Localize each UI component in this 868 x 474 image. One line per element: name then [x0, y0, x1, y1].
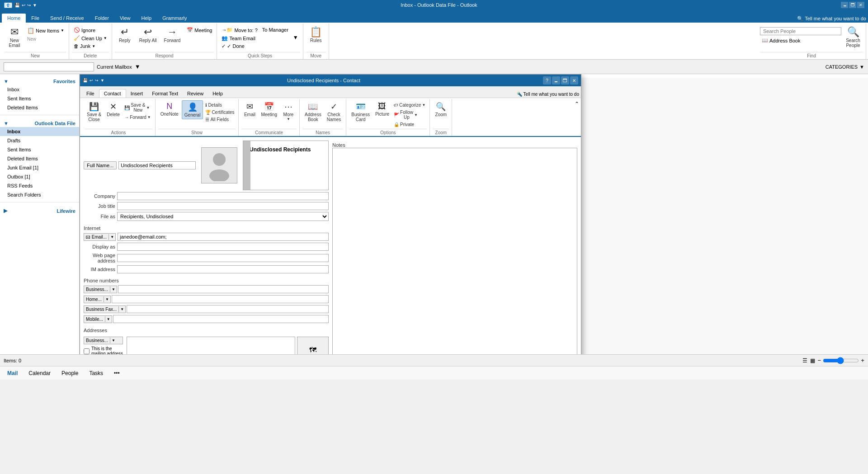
- zoom-out-button[interactable]: −: [817, 357, 821, 364]
- nav-mail[interactable]: Mail: [5, 369, 19, 377]
- sidebar-item-rss[interactable]: RSS Feeds: [0, 181, 79, 190]
- tab-grammarly[interactable]: Grammarly: [157, 14, 192, 23]
- junk-button[interactable]: 🗑 Junk ▼: [72, 42, 109, 50]
- modal-tab-review[interactable]: Review: [183, 89, 208, 98]
- display-as-input[interactable]: [117, 243, 329, 251]
- address-type-selector[interactable]: Business... ▼: [84, 337, 123, 344]
- forward-button[interactable]: → Forward: [161, 25, 184, 44]
- email-type-selector[interactable]: 🖂 Email... ▼: [84, 233, 116, 241]
- to-manager-button[interactable]: To Manager: [260, 26, 290, 33]
- email-type-dropdown[interactable]: ▼: [108, 234, 115, 240]
- address-type-dropdown[interactable]: ▼: [110, 338, 117, 343]
- cleanup-button[interactable]: 🧹 Clean Up ▼: [72, 34, 109, 42]
- file-as-select[interactable]: Recipients, Undisclosed: [117, 212, 329, 221]
- more-contact-button[interactable]: ⋯ More ▼: [280, 100, 297, 122]
- sidebar-item-inbox-fav[interactable]: Inbox: [0, 85, 79, 94]
- picture-button[interactable]: 🖼 Picture: [373, 100, 392, 118]
- modal-tab-contact[interactable]: Contact: [99, 89, 126, 98]
- modal-tab-help[interactable]: Help: [208, 89, 227, 98]
- meeting-button[interactable]: 📅 Meeting: [185, 26, 214, 34]
- categorize-button[interactable]: 🏷 Categorize ▼: [392, 102, 427, 108]
- sidebar-item-sent-fav[interactable]: Sent Items: [0, 94, 79, 103]
- zoom-button[interactable]: 🔍 Zoom: [433, 100, 449, 118]
- modal-maximize-button[interactable]: 🗖: [561, 76, 569, 84]
- modal-tab-format[interactable]: Format Text: [147, 89, 183, 98]
- tab-file[interactable]: File: [26, 14, 45, 23]
- phone-mobile-input[interactable]: [113, 315, 329, 323]
- ribbon-collapse-button[interactable]: ⌃: [575, 101, 579, 107]
- view-preview-button[interactable]: ▦: [810, 357, 816, 364]
- all-fields-button[interactable]: ☰ All Fields: [204, 116, 236, 123]
- zoom-slider[interactable]: [823, 357, 859, 364]
- team-email-button[interactable]: 👥 Team Email: [220, 34, 259, 42]
- datafile-header[interactable]: ▼ Outlook Data File: [0, 118, 79, 127]
- phone-home-selector[interactable]: Home... ▼: [84, 296, 111, 303]
- modal-minimize-button[interactable]: 🗕: [552, 76, 560, 84]
- modal-tab-file[interactable]: File: [82, 89, 99, 98]
- address-book-contact-button[interactable]: 📖 AddressBook: [302, 100, 324, 123]
- nav-calendar[interactable]: Calendar: [27, 369, 52, 377]
- delete-contact-button[interactable]: ✕ Delete: [104, 100, 122, 118]
- onenote-button[interactable]: N OneNote: [158, 100, 181, 118]
- sidebar-item-sent[interactable]: Sent Items: [0, 145, 79, 154]
- sidebar-item-outbox[interactable]: Outbox [1]: [0, 172, 79, 181]
- save-new-button[interactable]: 💾 Save &New ▼: [123, 102, 152, 113]
- categories-filter-icon[interactable]: ▼: [859, 64, 864, 70]
- phone-business-input[interactable]: [118, 285, 329, 293]
- business-card-button[interactable]: 🪪 BusinessCard: [349, 100, 372, 123]
- sidebar-item-junk[interactable]: Junk Email [1]: [0, 163, 79, 172]
- search-people-button[interactable]: 🔍 SearchPeople: [843, 25, 863, 49]
- zoom-in-button[interactable]: +: [861, 357, 864, 364]
- minimize-button[interactable]: 🗕: [841, 2, 848, 8]
- sidebar-item-search-folders[interactable]: Search Folders: [0, 190, 79, 199]
- phone-fax-input[interactable]: [127, 305, 329, 313]
- job-title-input[interactable]: [117, 202, 329, 210]
- meeting-contact-button[interactable]: 📅 Meeting: [259, 100, 279, 118]
- mailbox-search-input[interactable]: [4, 62, 94, 71]
- web-page-input[interactable]: [117, 254, 329, 262]
- notes-textarea[interactable]: [332, 148, 577, 354]
- ignore-button[interactable]: 🚫 Ignore: [72, 26, 109, 34]
- nav-people[interactable]: People: [60, 369, 80, 377]
- email-button[interactable]: ✉ Email: [241, 100, 258, 118]
- im-input[interactable]: [117, 265, 329, 273]
- modal-help-button[interactable]: ?: [543, 76, 551, 84]
- follow-up-button[interactable]: 🚩 FollowUp ▼: [392, 109, 427, 121]
- tell-me-field[interactable]: 🔍 Tell me what you want to do: [797, 16, 866, 22]
- phone-business-selector[interactable]: Business... ▼: [84, 286, 117, 293]
- private-button[interactable]: 🔒 Private: [392, 121, 427, 128]
- reply-button[interactable]: ↵ Reply: [115, 25, 135, 44]
- tab-help[interactable]: Help: [136, 14, 157, 23]
- tab-view[interactable]: View: [114, 14, 136, 23]
- general-button[interactable]: 👤 General: [182, 100, 203, 119]
- tab-home[interactable]: Home: [2, 14, 26, 23]
- phone-home-input[interactable]: [112, 295, 329, 303]
- phone-mobile-selector[interactable]: Mobile... ▼: [84, 315, 112, 323]
- new-items-button[interactable]: 📋 New Items ▼: [25, 26, 66, 35]
- details-button[interactable]: ℹ Details: [204, 102, 236, 108]
- phone-mobile-dropdown[interactable]: ▼: [105, 316, 112, 322]
- sidebar-item-drafts[interactable]: Drafts: [0, 136, 79, 145]
- modal-tell-me[interactable]: 🔦 Tell me what you want to do: [517, 92, 579, 97]
- email-input[interactable]: [118, 233, 329, 241]
- search-people-input[interactable]: [760, 27, 841, 35]
- moveto-button[interactable]: →📁 Move to: ?: [220, 26, 259, 34]
- tab-folder[interactable]: Folder: [90, 14, 114, 23]
- quick-steps-scroll[interactable]: ▼: [291, 33, 300, 42]
- full-name-button[interactable]: Full Name...: [84, 161, 117, 169]
- phone-fax-selector[interactable]: Business Fax... ▼: [84, 305, 126, 313]
- company-input[interactable]: [117, 192, 329, 200]
- address-textarea[interactable]: [127, 337, 295, 354]
- favorites-header[interactable]: ▼ Favorites: [0, 76, 79, 85]
- lifewire-header[interactable]: ▶ Lifewire: [0, 205, 79, 215]
- save-close-button[interactable]: 💾 Save &Close: [85, 100, 104, 123]
- done-button[interactable]: ✓ ✓ Done: [220, 42, 259, 50]
- map-it-button[interactable]: 🗺 Map It: [297, 337, 329, 354]
- modal-tab-insert[interactable]: Insert: [126, 89, 148, 98]
- mailing-checkbox[interactable]: [84, 348, 90, 354]
- phone-business-dropdown[interactable]: ▼: [110, 286, 117, 292]
- nav-tasks[interactable]: Tasks: [87, 369, 105, 377]
- modal-forward-button[interactable]: → Forward ▼: [123, 114, 152, 121]
- sidebar-item-deleted-fav[interactable]: Deleted Items: [0, 103, 79, 112]
- address-book-button[interactable]: 📖 Address Book: [760, 37, 841, 44]
